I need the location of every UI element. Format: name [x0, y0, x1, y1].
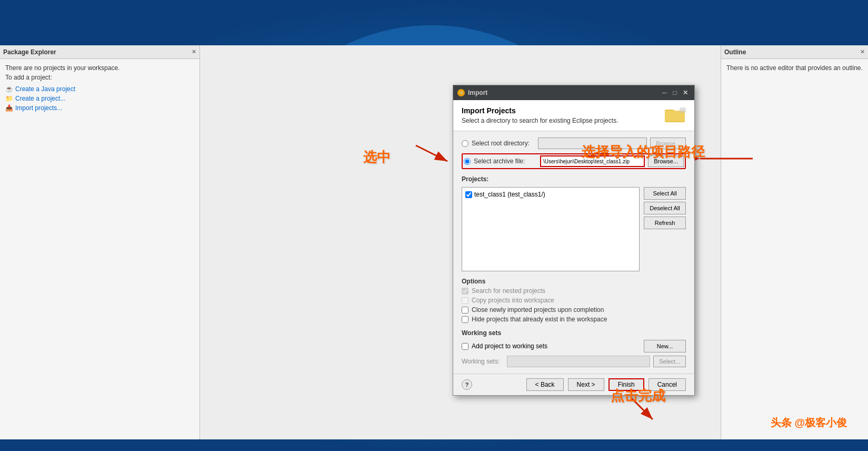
dialog-maximize[interactable]: □ [670, 88, 680, 97]
create-java-project-label: Create a Java project [15, 85, 75, 93]
app-icon: E [4, 4, 13, 12]
options-label: Options [462, 278, 686, 285]
menu-refactor[interactable]: Refactor [72, 18, 104, 27]
archive-file-input[interactable] [540, 155, 645, 167]
toolbar-run[interactable]: ▶ [49, 32, 61, 43]
toolbar-debug[interactable]: 🐞 [62, 32, 74, 43]
package-explorer-body: There are no projects in your workspace.… [0, 59, 199, 439]
refresh-btn[interactable]: Refresh [644, 217, 686, 229]
back-btn[interactable]: < Back [526, 378, 564, 391]
create-java-project-link[interactable]: ☕ Create a Java project [5, 85, 194, 93]
root-directory-radio[interactable] [462, 140, 468, 147]
select-all-btn[interactable]: Select All [644, 187, 686, 200]
next-btn[interactable]: Next > [568, 378, 604, 391]
dialog-header-sub: Select a directory to search for existin… [462, 117, 660, 124]
select-working-set-btn[interactable]: Select... [653, 356, 686, 367]
outline-header: Outline ✕ [721, 45, 868, 59]
projects-label: Projects: [462, 175, 686, 183]
archive-browse-btn[interactable]: Browse... [648, 155, 684, 167]
package-explorer-close[interactable]: ✕ [192, 48, 196, 55]
option3-label: Close newly imported projects upon compl… [472, 306, 604, 313]
option2-row: Copy projects into workspace [462, 297, 686, 304]
outline-close[interactable]: ✕ [860, 48, 865, 55]
cancel-btn[interactable]: Cancel [648, 378, 686, 391]
menu-navigate[interactable]: Navigate [105, 18, 138, 27]
project-name: test_class1 (test_class1/) [474, 191, 545, 198]
project-checkbox[interactable] [465, 191, 472, 198]
toolbar-new[interactable]: 📄 [2, 32, 14, 43]
close-btn[interactable]: ✕ [852, 2, 864, 14]
editor-area: ⟳ Import ─ □ ✕ Import Projects Select a … [200, 45, 721, 439]
deselect-all-btn[interactable]: Deselect All [644, 202, 686, 214]
working-sets-input-row: Working sets: Select... [462, 356, 686, 367]
outline-body: There is no active editor that provides … [721, 59, 868, 439]
outline-title: Outline [724, 48, 858, 56]
maximize-btn[interactable]: □ [839, 2, 850, 14]
options-section: Options Search for nested projects Copy … [462, 276, 686, 323]
menu-project[interactable]: Project [169, 18, 197, 27]
archive-file-label: Select archive file: [474, 158, 537, 165]
project-icon: 📁 [5, 95, 13, 102]
projects-area: test_class1 (test_class1/) Select All De… [462, 187, 686, 271]
root-directory-row: Select root directory: Browse... [462, 138, 686, 149]
add-working-set-row: Add project to working sets New... [462, 340, 686, 352]
minimize-btn[interactable]: ─ [825, 2, 836, 14]
folder-icon [665, 106, 686, 123]
menu-source[interactable]: Source [42, 18, 71, 27]
toolbar-save[interactable]: 💾 [32, 32, 44, 43]
menu-bar: File Edit Source Refactor Navigate Searc… [0, 16, 868, 30]
import-projects-link[interactable]: 📥 Import projects... [5, 104, 194, 112]
menu-search[interactable]: Search [139, 18, 168, 27]
import-icon: 📥 [5, 104, 13, 112]
no-projects-text1: There are no projects in your workspace. [5, 64, 194, 72]
menu-run[interactable]: Run [198, 18, 218, 27]
add-working-set-checkbox[interactable] [462, 343, 468, 350]
create-project-link[interactable]: 📁 Create a project... [5, 95, 194, 102]
menu-help[interactable]: Help [251, 18, 273, 27]
package-explorer-title: Package Explorer [3, 48, 189, 56]
archive-file-radio[interactable] [464, 158, 471, 165]
dialog-close[interactable]: ✕ [681, 88, 690, 97]
new-working-set-btn[interactable]: New... [644, 340, 686, 352]
title-bar: E java_demo - Eclipse IDE ─ □ ✕ [0, 0, 868, 16]
java-project-icon: ☕ [5, 85, 13, 93]
package-explorer-panel: Package Explorer ✕ There are no projects… [0, 45, 200, 439]
help-btn[interactable]: ? [462, 379, 472, 390]
dialog-body: Select root directory: Browse... Select … [453, 131, 694, 374]
outline-no-editor-text: There is no active editor that provides … [726, 64, 863, 72]
toolbar-sep1 [29, 33, 29, 42]
menu-edit[interactable]: Edit [22, 18, 41, 27]
working-sets-label: Working sets [462, 329, 686, 337]
window-title: java_demo - Eclipse IDE [16, 4, 825, 12]
projects-list[interactable]: test_class1 (test_class1/) [462, 187, 640, 271]
menu-window[interactable]: Window [219, 18, 250, 27]
root-directory-input [538, 138, 647, 149]
working-sets-field-label: Working sets: [462, 358, 504, 365]
import-dialog: ⟳ Import ─ □ ✕ Import Projects Select a … [453, 85, 695, 396]
finish-btn[interactable]: Finish [608, 378, 644, 391]
no-projects-text2: To add a project: [5, 74, 194, 81]
dialog-minimize[interactable]: ─ [660, 88, 669, 97]
toolbar-search[interactable]: 🔍 [79, 32, 91, 43]
option2-label: Copy projects into workspace [472, 297, 554, 304]
dialog-header-title: Import Projects [462, 106, 660, 115]
import-projects-label: Import projects... [15, 104, 62, 112]
dialog-title: Import [468, 89, 660, 96]
option3-row: Close newly imported projects upon compl… [462, 306, 686, 313]
svg-rect-9 [680, 107, 686, 113]
toolbar-sep2 [46, 33, 47, 42]
eclipse-window: E java_demo - Eclipse IDE ─ □ ✕ File Edi… [0, 0, 868, 451]
working-sets-input [507, 356, 650, 367]
option1-label: Search for nested projects [472, 287, 545, 295]
menu-file[interactable]: File [2, 18, 21, 27]
option3-checkbox[interactable] [462, 307, 468, 313]
toolbar-open[interactable]: 📂 [15, 32, 26, 43]
archive-file-row: Select archive file: Browse... [462, 153, 686, 169]
option4-checkbox[interactable] [462, 316, 468, 323]
dialog-header-text: Import Projects Select a directory to se… [462, 106, 660, 124]
dialog-controls: ─ □ ✕ [660, 88, 690, 97]
root-directory-label: Select root directory: [472, 140, 535, 147]
title-controls: ─ □ ✕ [825, 2, 864, 14]
select-annotation: 选中 [363, 148, 391, 166]
toolbar: 📄 📂 💾 ▶ 🐞 🔍 [0, 30, 868, 45]
